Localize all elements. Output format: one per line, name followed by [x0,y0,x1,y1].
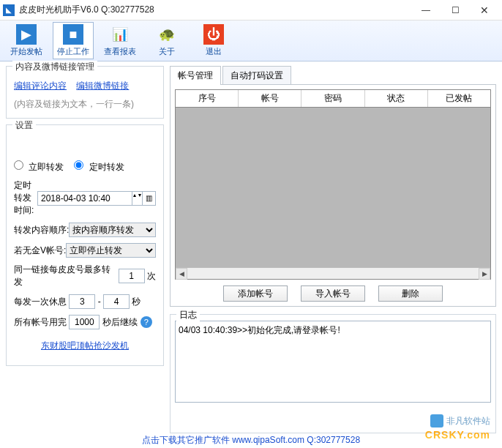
radio-immediate[interactable]: 立即转发 [14,160,64,173]
table-body[interactable] [176,108,490,267]
same-link-count-input[interactable] [119,269,145,283]
app-icon [3,4,15,16]
view-report-label: 查看报表 [104,46,136,57]
watermark-site: 非凡软件站 [430,414,490,428]
rest-dash: - [98,296,101,307]
all-used-prefix: 所有帐号用完 [14,316,67,329]
watermark-logo-icon [430,414,443,428]
titlebar: 皮皮时光机助手V6.0 Q:302777528 [0,0,502,20]
stop-work-button[interactable]: ■ 停止工作 [53,22,94,59]
stop-icon: ■ [63,24,83,45]
report-icon: 📊 [110,24,130,45]
content-hint: (内容及链接为文本，一行一条) [14,98,156,111]
h-scrollbar[interactable]: ◀ ▶ [176,267,490,279]
content-link-legend: 内容及微博链接管理 [12,61,97,73]
stop-work-label: 停止工作 [57,46,89,57]
content-order-label: 转发内容顺序: [14,224,69,236]
exit-label: 退出 [206,46,222,57]
radio-scheduled[interactable]: 定时转发 [74,160,124,173]
help-icon[interactable]: ? [141,316,152,328]
exit-icon: ⏻ [203,24,224,45]
col-index[interactable]: 序号 [176,90,239,107]
exit-button[interactable]: ⏻ 退出 [193,22,234,59]
all-used-suffix: 秒后继续 [102,316,138,329]
rest-min-input[interactable] [69,294,95,309]
footer: 点击下载其它推广软件 www.qipaSoft.com Q:302777528 [0,434,502,447]
log-line: 04/03 10:40:39>>初始化完成,请登录帐号! [179,324,487,337]
calendar-icon[interactable]: ▥ [143,191,156,206]
updown-icon[interactable]: ▲▼ [132,191,143,206]
about-button[interactable]: 🐢 关于 [146,22,187,59]
minimize-button[interactable] [411,0,441,20]
col-account[interactable]: 帐号 [239,90,301,107]
account-tab-panel: 序号 帐号 密码 状态 已发帖 ◀ ▶ 添加帐号 导入帐号 删除 [170,84,496,307]
toolbar: ▶ 开始发帖 ■ 停止工作 📊 查看报表 🐢 关于 ⏻ 退出 [0,20,502,61]
col-password[interactable]: 密码 [301,90,364,107]
rest-suffix: 秒 [132,296,141,308]
play-icon: ▶ [16,24,37,45]
footer-link[interactable]: www.qipaSoft.com [232,435,304,445]
col-posted[interactable]: 已发帖 [428,90,490,107]
settings-group: 设置 立即转发 定时转发 定时转发时间: ▲▼ ▥ 转发内容顺序: 按内容顺序转… [6,124,164,366]
start-post-label: 开始发帖 [10,46,42,57]
content-order-select[interactable]: 按内容顺序转发 [69,223,156,237]
scroll-left-icon[interactable]: ◀ [176,268,187,280]
scheduled-time-label: 定时转发时间: [14,179,37,217]
no-gold-label: 若无金V帐号: [14,244,66,257]
account-table: 序号 帐号 密码 状态 已发帖 ◀ ▶ [175,89,491,280]
add-account-button[interactable]: 添加帐号 [223,285,288,302]
tab-strip: 帐号管理 自动打码设置 [170,66,496,85]
start-post-button[interactable]: ▶ 开始发帖 [6,22,47,59]
promo-link[interactable]: 东财股吧顶帖抢沙发机 [41,340,129,352]
same-link-prefix: 同一链接每皮皮号最多转发 [14,264,119,288]
same-link-suffix: 次 [147,270,156,283]
delete-button[interactable]: 删除 [378,285,443,302]
scheduled-time-input[interactable] [37,191,132,206]
scroll-right-icon[interactable]: ▶ [479,268,490,280]
maximize-button[interactable] [441,0,470,20]
import-account-button[interactable]: 导入帐号 [301,285,365,302]
log-textarea[interactable]: 04/03 10:40:39>>初始化完成,请登录帐号! [175,321,491,403]
content-link-group: 内容及微博链接管理 编辑评论内容 编辑微博链接 (内容及链接为文本，一行一条) [6,66,164,119]
tab-dama-settings[interactable]: 自动打码设置 [222,66,291,85]
table-header: 序号 帐号 密码 状态 已发帖 [176,90,490,108]
about-label: 关于 [159,46,175,57]
no-gold-select[interactable]: 立即停止转发 [66,243,156,258]
edit-weibo-link[interactable]: 编辑微博链接 [76,81,129,91]
settings-legend: 设置 [12,119,36,132]
rest-prefix: 每发一次休息 [14,296,67,308]
edit-comment-link[interactable]: 编辑评论内容 [14,81,67,91]
col-status[interactable]: 状态 [365,90,428,107]
about-icon: 🐢 [157,24,177,45]
log-legend: 日志 [176,309,200,321]
all-used-input[interactable] [69,315,100,329]
window-title: 皮皮时光机助手V6.0 Q:302777528 [19,4,411,16]
rest-max-input[interactable] [103,294,130,309]
close-button[interactable] [470,0,499,20]
view-report-button[interactable]: 📊 查看报表 [100,22,141,59]
tab-account-mgmt[interactable]: 帐号管理 [170,66,221,85]
